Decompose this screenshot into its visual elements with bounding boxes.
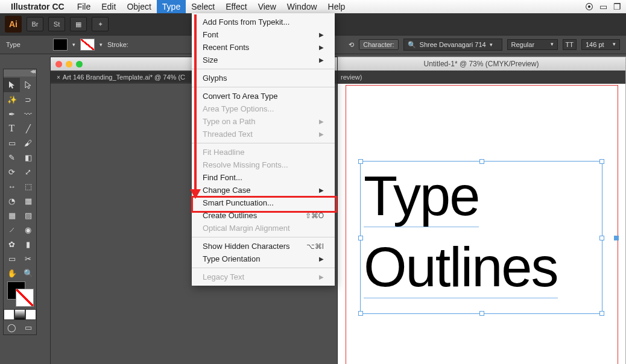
menu-item-smart-punctuation[interactable]: Smart Punctuation...: [192, 196, 335, 209]
menu-file[interactable]: File: [72, 0, 96, 13]
color-mode-normal[interactable]: [4, 309, 14, 320]
flip-icon[interactable]: ⟲: [349, 41, 354, 49]
menu-item-add-fonts-from-typekit[interactable]: Add Fonts from Typekit...: [192, 16, 335, 28]
eraser-tool[interactable]: ◧: [20, 150, 36, 165]
fill-swatch[interactable]: [53, 39, 68, 51]
menu-item-size[interactable]: Size▶: [192, 54, 335, 66]
selection-handle[interactable]: [358, 311, 363, 316]
menu-item-resolve-missing-fonts: Resolve Missing Fonts...: [192, 158, 335, 171]
paintbrush-tool[interactable]: 🖌: [20, 136, 36, 150]
canvas-text-object[interactable]: Type Outlines: [364, 161, 558, 303]
zoom-tool[interactable]: 🔍: [20, 266, 36, 280]
width-tool[interactable]: ↔: [4, 179, 20, 193]
slice-tool[interactable]: ✂: [20, 251, 36, 266]
menu-view[interactable]: View: [253, 0, 282, 13]
scale-tool[interactable]: ⤢: [20, 165, 36, 179]
menu-item-font[interactable]: Font▶: [192, 28, 335, 41]
color-mode-none[interactable]: [25, 309, 36, 320]
eyedropper-tool[interactable]: ⟋: [4, 222, 20, 237]
workspace-button[interactable]: ✦: [92, 17, 109, 31]
chevron-down-icon[interactable]: ▾: [490, 42, 493, 48]
text-outport-handle[interactable]: [614, 236, 619, 240]
menu-item-type-orientation[interactable]: Type Orientation▶: [192, 253, 335, 265]
menu-type[interactable]: Type: [157, 0, 186, 13]
fill-dropdown-icon[interactable]: ▾: [72, 42, 75, 48]
rotate-tool[interactable]: ⟳: [4, 165, 20, 179]
blend-tool[interactable]: ◉: [20, 222, 36, 237]
stock-button[interactable]: St: [48, 17, 65, 31]
bridge-button[interactable]: Br: [27, 17, 43, 31]
menu-select[interactable]: Select: [186, 0, 220, 13]
menu-help[interactable]: Help: [323, 0, 351, 13]
color-mode-gradient[interactable]: [14, 309, 25, 320]
curvature-tool[interactable]: 〰: [20, 107, 36, 121]
illustrator-logo-icon: Ai: [5, 16, 22, 33]
fill-stroke-area[interactable]: [4, 280, 36, 309]
font-size-select[interactable]: 146 pt▾: [581, 39, 620, 50]
pen-tool[interactable]: ✒: [4, 107, 20, 121]
zoom-window-icon[interactable]: [76, 61, 83, 67]
menu-item-recent-fonts[interactable]: Recent Fonts▶: [192, 41, 335, 54]
minimize-window-icon[interactable]: [66, 61, 72, 67]
close-tab-icon[interactable]: ×: [57, 74, 60, 81]
menu-item-optical-margin-alignment: Optical Margin Alignment: [192, 222, 335, 234]
canvas[interactable]: Type Outlines: [337, 84, 625, 364]
font-family-select[interactable]: 🔍 ▾: [403, 39, 502, 51]
symbol-sprayer-tool[interactable]: ✿: [4, 237, 20, 251]
mesh-tool[interactable]: ▦: [4, 208, 20, 222]
close-window-icon[interactable]: [55, 61, 62, 67]
font-family-input[interactable]: [419, 40, 487, 49]
pencil-tool[interactable]: ✎: [4, 150, 20, 165]
selection-handle[interactable]: [358, 236, 363, 240]
shape-builder-tool[interactable]: ◔: [4, 193, 20, 208]
stroke-color-box[interactable]: [16, 289, 34, 307]
menu-item-convert-to-area-type[interactable]: Convert To Area Type: [192, 90, 335, 102]
arrange-docs-button[interactable]: ▦: [70, 17, 87, 31]
menu-item-threaded-text: Threaded Text▶: [192, 128, 335, 140]
menu-item-create-outlines[interactable]: Create Outlines⇧⌘O: [192, 209, 335, 222]
app-name[interactable]: Illustrator CC: [11, 2, 65, 11]
menu-effect[interactable]: Effect: [220, 0, 253, 13]
type-tool[interactable]: T: [4, 121, 20, 136]
selection-handle[interactable]: [599, 311, 604, 316]
rectangle-tool[interactable]: ▭: [4, 136, 20, 150]
document-tab-1[interactable]: ×Art 146 Branding_Template.ai* @ 74% (C: [51, 72, 191, 83]
selection-tool[interactable]: [4, 78, 20, 92]
creative-cloud-icon[interactable]: ⦿: [585, 2, 593, 11]
menu-edit[interactable]: Edit: [96, 0, 121, 13]
displays-icon[interactable]: ▭: [599, 2, 607, 11]
graph-tool[interactable]: ▮: [20, 237, 36, 251]
menu-item-change-case[interactable]: Change Case▶: [192, 184, 335, 196]
hand-tool[interactable]: ✋: [4, 266, 20, 280]
menu-item-area-type-options: Area Type Options...: [192, 102, 335, 115]
window2-titlebar[interactable]: Untitled-1* @ 73% (CMYK/Preview): [337, 57, 625, 71]
magic-wand-tool[interactable]: ✨: [4, 92, 20, 107]
line-tool[interactable]: ╱: [20, 121, 36, 136]
stroke-swatch[interactable]: [80, 39, 95, 51]
menu-item-show-hidden-characters[interactable]: Show Hidden Characters⌥⌘I: [192, 240, 335, 253]
selection-handle[interactable]: [599, 236, 604, 240]
stroke-dropdown-icon[interactable]: ▾: [100, 42, 103, 48]
selection-handle[interactable]: [479, 311, 484, 316]
type-menu-dropdown: Add Fonts from Typekit...Font▶Recent Fon…: [192, 13, 335, 286]
perspective-tool[interactable]: ▦: [20, 193, 36, 208]
screen-mode[interactable]: ▭: [20, 320, 36, 334]
selection-handle[interactable]: [599, 159, 604, 164]
screens-icon[interactable]: ❐: [613, 2, 621, 11]
font-size-icon[interactable]: TT: [563, 39, 577, 50]
character-panel-link[interactable]: Character:: [359, 39, 398, 50]
tools-panel-header[interactable]: [4, 69, 36, 77]
lasso-tool[interactable]: ⊃: [20, 92, 36, 107]
menu-item-glyphs[interactable]: Glyphs: [192, 72, 335, 84]
menu-item-find-font[interactable]: Find Font...: [192, 171, 335, 184]
free-transform-tool[interactable]: ⬚: [20, 179, 36, 193]
direct-selection-tool[interactable]: [20, 78, 36, 92]
artboard-tool[interactable]: ▭: [4, 251, 20, 266]
font-style-select[interactable]: Regular▾: [507, 39, 558, 50]
draw-mode[interactable]: ◯: [4, 320, 20, 334]
menu-window[interactable]: Window: [282, 0, 323, 13]
menu-object[interactable]: Object: [121, 0, 156, 13]
selection-handle[interactable]: [358, 159, 363, 164]
document-tab-2[interactable]: review): [341, 74, 362, 81]
gradient-tool[interactable]: ▨: [20, 208, 36, 222]
